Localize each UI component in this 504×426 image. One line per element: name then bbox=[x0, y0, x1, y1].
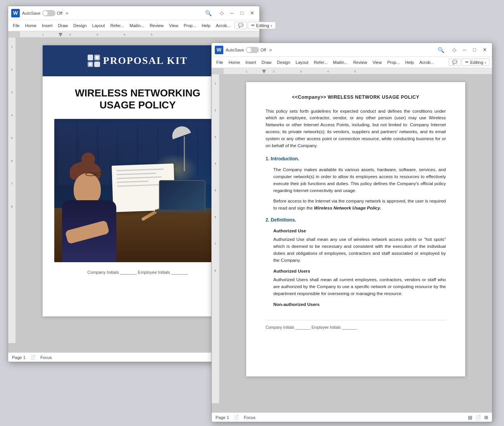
menu-layout-2[interactable]: Layout bbox=[293, 59, 311, 65]
editing-button-1[interactable]: ✏ Editing › bbox=[248, 22, 276, 29]
editing-button-2[interactable]: ✏ Editing › bbox=[462, 58, 490, 66]
comment-button-1[interactable]: 💬 bbox=[235, 22, 247, 29]
page-indicator-2: Page 1 bbox=[216, 415, 229, 420]
chevrons-2: » bbox=[269, 47, 272, 53]
menu-review-1[interactable]: Review bbox=[147, 22, 166, 29]
policy-title: <<Company>> WIRELESS NETWORK USAGE POLIC… bbox=[266, 94, 446, 101]
autosave-label-1: AutoSave Off bbox=[22, 10, 62, 16]
maximize-button-2[interactable]: □ bbox=[470, 46, 479, 54]
ribbon-menu-2: File Home Insert Draw Design Layout Refe… bbox=[214, 57, 490, 68]
menu-home-2[interactable]: Home bbox=[226, 59, 242, 65]
menu-home-1[interactable]: Home bbox=[23, 22, 39, 29]
comment-button-2[interactable]: 💬 bbox=[449, 58, 461, 66]
cover-header-title: PROPOSAL KIT bbox=[103, 55, 188, 67]
menu-design-2[interactable]: Design bbox=[274, 59, 292, 65]
diamond-icon-2[interactable]: ◇ bbox=[450, 46, 459, 54]
cover-title-line2: USAGE POLICY bbox=[100, 99, 176, 111]
policy-title-text: <<Company>> WIRELESS NETWORK USAGE POLIC… bbox=[292, 94, 419, 100]
toggle-label-2: Off bbox=[261, 48, 266, 52]
autosave-toggle-1[interactable] bbox=[42, 10, 55, 16]
policy-intro-text: This policy sets forth guidelines for ex… bbox=[266, 109, 446, 148]
menu-acrobat-1[interactable]: Acrob... bbox=[214, 22, 233, 29]
word-icon-1: W bbox=[11, 9, 20, 17]
diamond-icon-1[interactable]: ◇ bbox=[217, 9, 226, 17]
person-head bbox=[74, 173, 101, 204]
menu-view-2[interactable]: View bbox=[370, 59, 384, 65]
menu-mailings-2[interactable]: Mailin... bbox=[331, 59, 350, 65]
close-button-1[interactable]: ✕ bbox=[248, 9, 256, 17]
ruler-1: 1 2 3 4 5 bbox=[8, 31, 259, 38]
menu-insert-2[interactable]: Insert bbox=[243, 59, 259, 65]
cover-illustration bbox=[54, 119, 221, 262]
doc-icon-2: 📄 bbox=[234, 415, 239, 420]
word-icon-2: W bbox=[215, 46, 223, 54]
menu-references-1[interactable]: Refer... bbox=[108, 22, 126, 29]
section1-para2: Before access to the Internet via the co… bbox=[273, 198, 446, 212]
menu-insert-1[interactable]: Insert bbox=[40, 22, 55, 29]
menu-mailings-1[interactable]: Mailin... bbox=[127, 22, 147, 29]
policy-intro-para: This policy sets forth guidelines for ex… bbox=[266, 108, 446, 149]
cover-footer: Company Initials _______ Employee Initia… bbox=[43, 262, 233, 282]
menu-help-1[interactable]: Help bbox=[199, 22, 213, 29]
toggle-label-1: Off bbox=[57, 11, 62, 15]
search-icon-1[interactable]: 🔍 bbox=[203, 9, 214, 17]
focus-label-2[interactable]: Focus bbox=[244, 415, 255, 420]
menu-view-1[interactable]: View bbox=[167, 22, 181, 29]
section2-heading: 2. Definitions. bbox=[266, 216, 446, 224]
comment-icon-1: 💬 bbox=[238, 23, 243, 28]
autosave-text-1: AutoSave bbox=[22, 11, 41, 15]
status-zoom-icon-2[interactable]: ⊞ bbox=[484, 415, 488, 420]
search-icon-2[interactable]: 🔍 bbox=[435, 46, 446, 54]
laptop-base bbox=[155, 210, 213, 213]
menu-acrobat-2[interactable]: Acrob... bbox=[417, 59, 437, 65]
cover-title-area: WIRELESS NETWORKING USAGE POLICY bbox=[43, 76, 233, 119]
logo-squares bbox=[88, 55, 100, 67]
laptop-screen bbox=[159, 180, 205, 211]
def1-content: Authorized Use shall mean any use of wir… bbox=[273, 236, 446, 264]
laptop-screen-content bbox=[160, 181, 205, 210]
window-controls-2: ◇ ─ □ ✕ bbox=[450, 46, 489, 54]
autosave-toggle-2[interactable] bbox=[246, 47, 259, 53]
menu-help-2[interactable]: Help bbox=[403, 59, 416, 65]
comment-icon-2: 💬 bbox=[452, 60, 457, 65]
maximize-button-1[interactable]: □ bbox=[238, 9, 246, 17]
page-indicator-1: Page 1 bbox=[12, 355, 26, 360]
menu-references-2[interactable]: Refer... bbox=[312, 59, 330, 65]
section1-content: The Company makes available its various … bbox=[273, 167, 446, 212]
vertical-ruler-2: 1 2 3 4 5 6 7 8 bbox=[212, 74, 219, 403]
vertical-ruler-1: 1 2 3 4 5 6 7 8 bbox=[8, 38, 16, 343]
menu-draw-1[interactable]: Draw bbox=[56, 22, 71, 29]
cover-title-line1: WIRELESS NETWORKING bbox=[75, 87, 200, 99]
menu-layout-1[interactable]: Layout bbox=[90, 22, 107, 29]
def2-content: Authorized Users shall mean all current … bbox=[273, 277, 446, 297]
cover-header: PROPOSAL KIT bbox=[43, 45, 233, 76]
doc-icon-1: 📄 bbox=[30, 355, 36, 360]
def2-text-content: Authorized Users shall mean all current … bbox=[273, 277, 446, 296]
close-button-2[interactable]: ✕ bbox=[480, 46, 489, 54]
def3-title-text: Non-authorized Users bbox=[273, 302, 320, 307]
menu-design-1[interactable]: Design bbox=[71, 22, 89, 29]
menu-prop-1[interactable]: Prop... bbox=[181, 22, 198, 29]
menu-draw-2[interactable]: Draw bbox=[259, 59, 274, 65]
document-page-2: <<Company>> WIRELESS NETWORK USAGE POLIC… bbox=[246, 82, 465, 376]
def2-heading: Authorized Users bbox=[273, 268, 446, 275]
status-page-icon-2[interactable]: 📄 bbox=[475, 415, 481, 420]
menu-review-2[interactable]: Review bbox=[351, 59, 369, 65]
focus-label-1[interactable]: Focus bbox=[40, 355, 52, 360]
section1-para2-italic: Wireless Network Usage Policy. bbox=[314, 206, 381, 210]
status-bar-right-2: ▤ 📄 ⊞ bbox=[468, 415, 488, 420]
def1-text-content: Authorized Use shall mean any use of wir… bbox=[273, 237, 446, 262]
pencil-icon-1: ✏ bbox=[251, 23, 255, 28]
menu-file-2[interactable]: File bbox=[214, 59, 226, 65]
minimize-button-2[interactable]: ─ bbox=[460, 46, 469, 54]
minimize-button-1[interactable]: ─ bbox=[228, 9, 236, 17]
menu-file-1[interactable]: File bbox=[10, 22, 22, 29]
section1-heading: 1. Introduction. bbox=[266, 155, 446, 163]
status-view-icon-2[interactable]: ▤ bbox=[468, 415, 472, 420]
ribbon-1: File Home Insert Draw Design Layout Refe… bbox=[8, 20, 259, 31]
menu-prop-2[interactable]: Prop... bbox=[385, 59, 402, 65]
def2-title-text: Authorized Users bbox=[273, 269, 310, 273]
def1-title-text: Authorized Use bbox=[273, 228, 306, 233]
status-bar-2: Page 1 📄 Focus ▤ 📄 ⊞ bbox=[212, 412, 492, 422]
editing-label-2: Editing bbox=[470, 60, 483, 65]
